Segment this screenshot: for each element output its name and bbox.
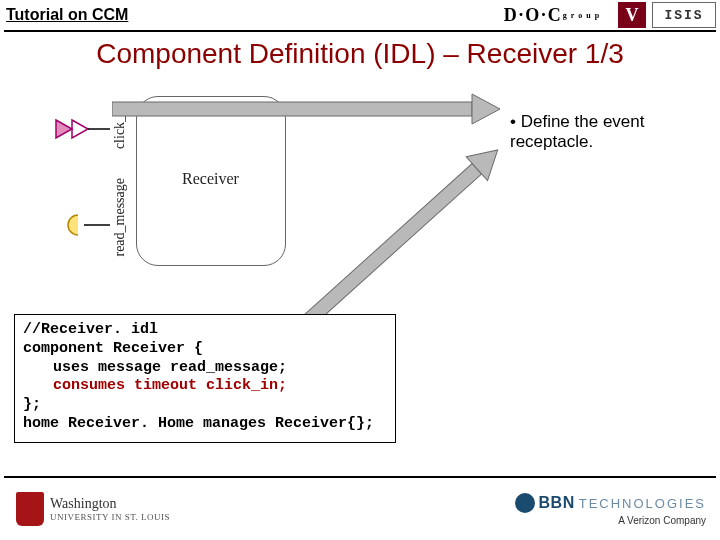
code-line-5: }; — [23, 396, 387, 415]
code-line-1: //Receiver. idl — [23, 321, 387, 340]
bbn-sub: A Verizon Company — [515, 515, 706, 526]
svg-marker-1 — [72, 120, 88, 138]
idl-code-box: //Receiver. idl component Receiver { use… — [14, 314, 396, 443]
slide-title: Component Definition (IDL) – Receiver 1/… — [0, 38, 720, 70]
svg-marker-0 — [56, 120, 72, 138]
bullet-text: • Define the event receptacle. — [510, 112, 710, 152]
port-label-read-message: read_message — [112, 178, 128, 257]
component-diagram: Receiver click_in read_message — [32, 84, 302, 284]
footer-bbn: BBN TECHNOLOGIES A Verizon Company — [515, 493, 706, 526]
wustl-text-block: Washington UNIVERSITY IN ST. LOUIS — [50, 496, 170, 522]
event-sink-port-icon — [54, 116, 110, 142]
port-label-click-in: click_in — [112, 104, 128, 149]
footer-divider — [4, 476, 716, 478]
header-title: Tutorial on CCM — [6, 6, 128, 24]
v-shield-logo: V — [618, 2, 646, 28]
doc-logo: D·O·C g r o u p — [492, 2, 612, 28]
code-line-4: consumes timeout click_in; — [23, 377, 387, 396]
code-line-2: component Receiver { — [23, 340, 387, 359]
footer-wustl: Washington UNIVERSITY IN ST. LOUIS — [16, 492, 170, 526]
receptacle-port-icon — [62, 212, 110, 238]
header-bar: Tutorial on CCM D·O·C g r o u p V ISIS — [0, 0, 720, 30]
doc-logo-text: D·O·C — [504, 5, 563, 26]
header-divider — [4, 30, 716, 32]
wustl-shield-icon — [16, 492, 44, 526]
isis-logo: ISIS — [652, 2, 716, 28]
bbn-brand: BBN — [539, 494, 575, 512]
wustl-line2: UNIVERSITY IN ST. LOUIS — [50, 512, 170, 522]
svg-rect-6 — [300, 164, 482, 334]
bbn-row: BBN TECHNOLOGIES — [515, 493, 706, 513]
component-label: Receiver — [182, 170, 239, 188]
bbn-brand2: TECHNOLOGIES — [579, 496, 706, 511]
bullet-content: Define the event receptacle. — [510, 112, 645, 151]
svg-marker-5 — [472, 94, 500, 124]
svg-marker-7 — [466, 138, 508, 181]
wustl-line1: Washington — [50, 496, 170, 512]
code-line-3: uses message read_message; — [23, 359, 387, 378]
doc-logo-super: g r o u p — [563, 11, 600, 20]
bbn-globe-icon — [515, 493, 535, 513]
header-logos: D·O·C g r o u p V ISIS — [492, 2, 716, 28]
callout-arrow-bottom — [300, 128, 550, 338]
code-line-6: home Receiver. Home manages Receiver{}; — [23, 415, 387, 434]
